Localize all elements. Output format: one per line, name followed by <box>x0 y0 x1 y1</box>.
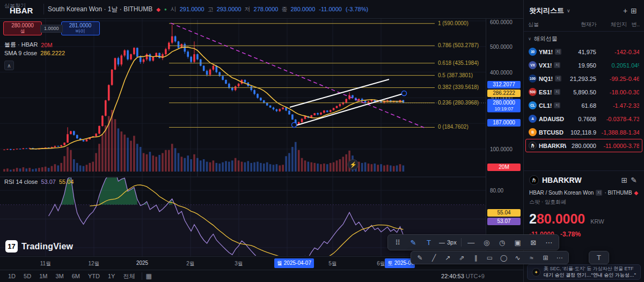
detail-price: 280.0000 KRW <box>529 211 639 227</box>
watchlist-row-nq1![interactable]: 100NQ1!지21,293.25-99.25-0.46% <box>525 72 642 85</box>
range-button-ytd[interactable]: YTD <box>84 272 104 280</box>
watchlist-column-header[interactable]: 변.. <box>627 21 640 28</box>
template-icon[interactable]: ▣ <box>511 236 525 248</box>
toolbar-divider <box>43 4 44 14</box>
range-button-1y[interactable]: 1Y <box>104 272 119 280</box>
circle-tool-icon[interactable]: ◎ <box>480 236 494 248</box>
range-button-1d[interactable]: 1D <box>4 272 19 280</box>
detail-price-lead: 2 <box>529 211 537 226</box>
delayed-badge: 지 <box>596 190 602 196</box>
price-scale-label: 600.0000 <box>490 19 513 25</box>
price-scale[interactable]: 600.0000500.0000400.0000300.0000100.0000… <box>486 19 523 256</box>
watchlist-row-cl1![interactable]: CLCL1!지61.68-1.47-2.33% <box>525 99 642 112</box>
range-button-전체[interactable]: 전체 <box>119 272 138 281</box>
sell-button[interactable]: 280.0000 셀 <box>3 21 42 35</box>
clock-value[interactable]: 22:40:53 <box>441 273 464 279</box>
text-anchor-icon[interactable]: T <box>592 252 606 264</box>
trend-line-icon[interactable]: ╱ <box>428 253 440 263</box>
trend-line-drawing[interactable] <box>171 23 427 129</box>
range-button-6m[interactable]: 6M <box>68 272 84 280</box>
watchlist-row-ym1![interactable]: 30YM1!지41,975-142-0.34% <box>525 45 642 58</box>
watchlist-row-es1![interactable]: 500ES1!지5,890.50-18.00-0.30% <box>525 85 642 99</box>
grid-icon[interactable]: ⊞ <box>539 253 552 263</box>
fib-label: 0.5 (387.3801) <box>438 72 473 78</box>
ellipse-icon[interactable]: ◯ <box>497 253 510 263</box>
clock-icon[interactable]: ◷ <box>495 236 509 248</box>
detail-symbol[interactable]: HBARKRW <box>542 176 582 184</box>
chart-canvas[interactable]: 1 (590.0000)0.786 (503.2787)0.618 (435.1… <box>0 19 486 256</box>
pencil-icon[interactable]: ✎ <box>406 236 420 248</box>
range-buttons: 1D5D1M3M6MYTD1Y전체 <box>4 272 138 281</box>
brush-icon[interactable]: ✎ <box>414 253 426 263</box>
watchlist-title[interactable]: 왓치리스트 <box>529 6 564 16</box>
layout-grid-icon[interactable]: ⊞ <box>620 176 630 184</box>
more-options-icon[interactable]: ⋯ <box>542 236 556 248</box>
market-status-icon: ● <box>164 7 167 12</box>
watchlist-price: 5,890.50 <box>566 89 596 95</box>
drawing-anchor-point[interactable] <box>292 123 297 128</box>
curve-icon[interactable]: ∿ <box>511 253 524 263</box>
watchlist-column-header[interactable]: 심볼 <box>528 21 566 28</box>
ray-icon[interactable]: ↗ <box>442 253 454 263</box>
watchlist-row-adausd[interactable]: AADAUSD0.7608-0.0378-4.73% <box>525 112 642 125</box>
news-item[interactable]: ✦ 美 SEC, '리플·도지' 등 가상자산 현물 ETF 대기 승인 결정 … <box>527 264 641 280</box>
symbol-search-button[interactable]: 심볼찾기 HBAR <box>4 2 40 17</box>
delayed-badge: 지 <box>554 62 560 68</box>
arrow-icon[interactable]: ⇗ <box>456 253 468 263</box>
detail-header-icons: ⊞✎ <box>620 176 639 184</box>
parallel-channel-icon[interactable]: ∥ <box>470 253 482 263</box>
sma-legend-value: 286.2222 <box>40 50 65 56</box>
add-symbol-icon[interactable]: + <box>621 6 629 15</box>
watchlist-row-btcusd[interactable]: BBTCUSD102,118.9-1,388.88-1.34% <box>525 125 642 139</box>
compose-icon[interactable]: ✎ <box>629 176 639 184</box>
horizontal-line-icon[interactable]: — <box>464 236 478 248</box>
chart-area[interactable]: 1 (590.0000)0.786 (503.2787)0.618 (435.1… <box>0 19 523 256</box>
collapse-pane-button[interactable]: ∧ <box>4 61 14 70</box>
drawing-anchor-point[interactable] <box>402 91 407 96</box>
watchlist-column-header[interactable]: 체인지 <box>597 21 627 28</box>
watchlist-section-header[interactable]: ∨ 해외선물 <box>524 32 644 45</box>
volume-series <box>3 110 404 172</box>
bottom-toolbar: 1D5D1M3M6MYTD1Y전체 ▦ 22:40:53 UTC+9 <box>0 270 523 282</box>
trash-icon[interactable]: ⊠ <box>526 236 540 248</box>
watchlist-symbol: NQ1! <box>539 76 553 82</box>
range-button-3m[interactable]: 3M <box>52 272 67 280</box>
detail-currency: KRW <box>590 218 604 225</box>
watchlist-row-hbarkrw[interactable]: ℏHBARKRW280.0000-11.0000-3.78% <box>525 139 642 152</box>
watchlist-change-percent: -0.46% <box>626 76 639 82</box>
fib-retracement-drawing[interactable]: 1 (590.0000)0.786 (503.2787)0.618 (435.1… <box>169 20 479 130</box>
watchlist-menu-icon[interactable]: ⊞ <box>629 6 639 15</box>
rsi-ma-legend-value: 55.04 <box>59 179 74 185</box>
text-tool-icon[interactable]: T <box>422 236 436 248</box>
drag-handle-icon[interactable]: ⠿ <box>391 236 405 248</box>
calendar-icon[interactable]: ▦ <box>145 272 151 280</box>
tradingview-logo[interactable]: 17 TradingView <box>5 240 73 253</box>
watchlist-price: 0.7608 <box>566 116 596 122</box>
rectangle-icon[interactable]: ▭ <box>484 253 496 263</box>
timezone-label[interactable]: UTC+9 <box>466 273 485 279</box>
time-axis-label: 11월 <box>40 260 51 268</box>
symbol-logo-icon: CL <box>529 101 537 109</box>
line-width-button[interactable]: —3px <box>437 239 458 246</box>
watchlist-change-percent: -2.33% <box>626 102 639 109</box>
watchlist-price: 41,975 <box>566 49 596 55</box>
time-axis-label: 5월 <box>328 260 337 268</box>
watchlist-column-header[interactable]: 현재가 <box>566 21 597 28</box>
price-scale-label: 100.0000 <box>490 146 513 152</box>
range-button-5d[interactable]: 5D <box>20 272 35 280</box>
volume-legend-value: 20M <box>41 42 52 48</box>
more-tools-icon[interactable]: ⋯ <box>553 253 566 263</box>
time-axis-label: 2월 <box>186 260 195 268</box>
watchlist-price: 102,118.9 <box>566 129 596 136</box>
time-axis-label: 6월 <box>377 260 385 268</box>
wave-icon[interactable]: ≈ <box>525 253 538 263</box>
price-scale-label: 500.0000 <box>490 44 513 50</box>
buy-button[interactable]: 281.0000 바이 <box>61 21 100 35</box>
ohlc-value: 280.0000 <box>290 6 315 12</box>
delayed-badge: 지 <box>554 102 560 108</box>
watchlist-row-vx1![interactable]: VXVX1!지19.9500.2051.04% <box>525 58 642 72</box>
range-button-1m[interactable]: 1M <box>35 272 51 280</box>
lightning-trade-icon[interactable]: ⚡ <box>348 159 358 170</box>
price-scale-chip: 53.07 <box>487 218 521 225</box>
bithumb-logo-icon: ◆ <box>156 6 160 12</box>
